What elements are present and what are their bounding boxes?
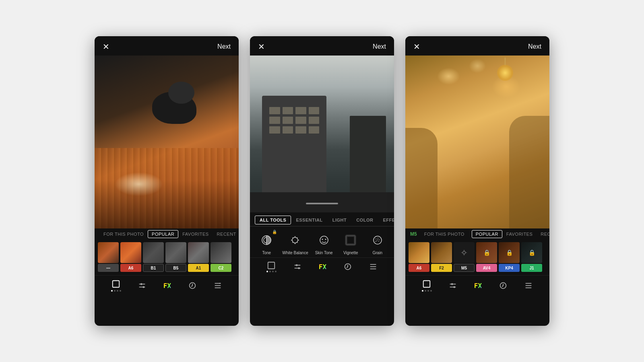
tools-grid: 🔒 Tone bbox=[250, 226, 394, 257]
preset-label: M5 bbox=[454, 264, 475, 272]
preset-item[interactable]: M5 bbox=[454, 242, 475, 272]
screens-container: ✕ Next FOR THIS PHOTO POPULAR FAVORITES … bbox=[95, 36, 549, 326]
svg-point-29 bbox=[379, 239, 380, 240]
next-button-right[interactable]: Next bbox=[528, 43, 541, 50]
tab-color[interactable]: COLOR bbox=[351, 216, 378, 224]
bottom-nav-left: FX bbox=[95, 275, 239, 294]
preset-item[interactable]: — bbox=[98, 242, 119, 272]
preset-item[interactable]: 🔒 AV4 bbox=[476, 242, 497, 272]
close-button-left[interactable]: ✕ bbox=[103, 43, 109, 51]
window bbox=[283, 107, 293, 114]
preset-thumb bbox=[165, 242, 186, 263]
tone-label: Tone bbox=[262, 251, 271, 255]
active-preset-indicator: M5 bbox=[410, 231, 417, 237]
nav-history-right[interactable] bbox=[499, 281, 508, 290]
svg-rect-25 bbox=[346, 236, 355, 245]
tab-favorites-left[interactable]: FAVORITES bbox=[178, 230, 213, 238]
preset-item[interactable]: 🔒 KP4 bbox=[499, 242, 520, 272]
nav-gallery-center[interactable] bbox=[266, 261, 277, 272]
preset-item[interactable]: B1 bbox=[143, 242, 164, 272]
window bbox=[309, 117, 320, 124]
nav-settings-center[interactable] bbox=[369, 262, 378, 271]
svg-rect-24 bbox=[346, 236, 355, 245]
tab-recent-left[interactable]: RECENT bbox=[213, 230, 239, 238]
svg-rect-0 bbox=[113, 281, 120, 288]
road-line bbox=[306, 203, 338, 204]
dog-silhouette bbox=[144, 80, 200, 132]
tool-vignette[interactable]: Vignette bbox=[340, 231, 362, 255]
tab-for-this-photo-right[interactable]: FOR THIS PHOTO bbox=[420, 230, 469, 238]
window bbox=[283, 126, 293, 134]
nav-history-left[interactable] bbox=[188, 281, 197, 290]
preset-label: C2 bbox=[211, 264, 231, 272]
nav-fx-right[interactable]: FX bbox=[474, 282, 482, 290]
preset-thumb bbox=[454, 242, 475, 263]
nav-history-center[interactable] bbox=[343, 262, 352, 271]
svg-point-2 bbox=[140, 283, 142, 285]
close-button-right[interactable]: ✕ bbox=[413, 43, 420, 51]
preset-thumb bbox=[188, 242, 209, 263]
vignette-label: Vignette bbox=[343, 251, 358, 255]
preset-item[interactable]: A6 bbox=[409, 242, 429, 272]
preset-thumb bbox=[409, 242, 429, 263]
svg-point-30 bbox=[376, 241, 377, 241]
svg-point-4 bbox=[143, 286, 145, 288]
tab-favorites-right[interactable]: FAVORITES bbox=[502, 230, 537, 238]
tab-recent-right[interactable]: RECENT bbox=[537, 230, 549, 238]
floor-texture bbox=[95, 148, 239, 228]
svg-point-32 bbox=[375, 241, 376, 242]
nav-fx-left[interactable]: FX bbox=[163, 282, 171, 290]
chandelier bbox=[493, 58, 517, 90]
preset-item[interactable]: F2 bbox=[431, 242, 452, 272]
white-balance-label: White Balance bbox=[282, 251, 308, 255]
tab-popular-left[interactable]: POPULAR bbox=[148, 230, 178, 238]
filter-tabs-left: FOR THIS PHOTO POPULAR FAVORITES RECENT bbox=[95, 230, 239, 238]
window bbox=[295, 107, 306, 114]
preset-thumb: 🔒 bbox=[521, 242, 542, 263]
nav-adjust-right[interactable] bbox=[448, 281, 457, 290]
nav-gallery-right[interactable] bbox=[422, 280, 432, 292]
tool-skin-tone[interactable]: Skin Tone bbox=[313, 231, 335, 255]
photo-right bbox=[405, 56, 549, 228]
preset-item[interactable]: A1 bbox=[188, 242, 209, 272]
tool-grain[interactable]: Grain bbox=[366, 231, 388, 255]
nav-settings-left[interactable] bbox=[213, 281, 222, 290]
preset-item[interactable]: C2 bbox=[211, 242, 231, 272]
nav-gallery-left[interactable] bbox=[111, 280, 121, 292]
window bbox=[269, 107, 280, 114]
tools-tabs-center: ALL TOOLS ESSENTIAL LIGHT COLOR EFFECTS bbox=[250, 212, 394, 226]
tab-essential[interactable]: ESSENTIAL bbox=[291, 216, 327, 224]
tool-tone[interactable]: 🔒 Tone bbox=[256, 231, 278, 255]
light-patch bbox=[115, 172, 163, 196]
top-bar-left: ✕ Next bbox=[95, 36, 239, 56]
tone-lock-icon: 🔒 bbox=[272, 230, 277, 234]
close-button-center[interactable]: ✕ bbox=[258, 43, 265, 51]
next-button-left[interactable]: Next bbox=[217, 43, 231, 50]
preset-label: — bbox=[98, 264, 119, 272]
tab-all-tools[interactable]: ALL TOOLS bbox=[255, 216, 291, 224]
svg-point-50 bbox=[451, 283, 453, 285]
nav-adjust-left[interactable] bbox=[138, 281, 147, 290]
tool-white-balance[interactable]: White Balance bbox=[282, 231, 308, 255]
tab-for-this-photo-left[interactable]: FOR THIS PHOTO bbox=[99, 230, 148, 238]
preset-item[interactable]: B5 bbox=[165, 242, 186, 272]
dot bbox=[266, 271, 268, 272]
tab-effects[interactable]: EFFECTS bbox=[378, 216, 394, 224]
next-button-center[interactable]: Next bbox=[373, 43, 386, 50]
skin-tone-label: Skin Tone bbox=[315, 251, 333, 255]
svg-line-18 bbox=[297, 242, 298, 243]
preset-item[interactable]: 🔒 J1 bbox=[521, 242, 542, 272]
nav-adjust-center[interactable] bbox=[293, 262, 302, 271]
vignette-icon-wrap bbox=[342, 231, 359, 249]
screen-right: ✕ Next M5 FOR THIS PHOTO POPULAR FAVORIT… bbox=[405, 36, 549, 326]
svg-point-38 bbox=[298, 267, 300, 269]
preset-label: B1 bbox=[143, 264, 164, 272]
nav-fx-center[interactable]: FX bbox=[319, 263, 326, 271]
tab-light[interactable]: LIGHT bbox=[328, 216, 352, 224]
svg-point-36 bbox=[296, 264, 298, 266]
arch-right bbox=[509, 116, 549, 228]
nav-settings-right[interactable] bbox=[524, 281, 533, 290]
preset-item[interactable]: A6 bbox=[120, 242, 141, 272]
window bbox=[269, 126, 280, 134]
tab-popular-right[interactable]: POPULAR bbox=[472, 230, 502, 238]
